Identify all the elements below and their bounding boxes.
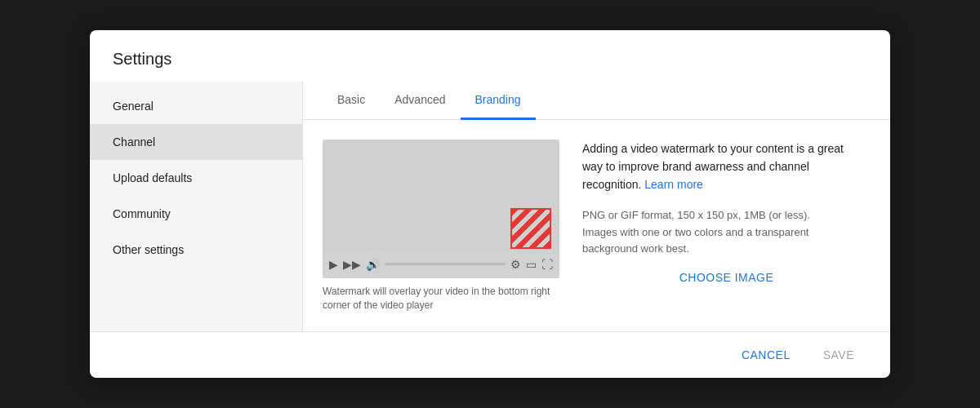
- controls-right: ⚙ ▭ ⛶: [510, 258, 553, 271]
- video-player: ▶ ▶▶ 🔊 ⚙ ▭ ⛶: [323, 140, 559, 278]
- sidebar: General Channel Upload defaults Communit…: [90, 82, 302, 332]
- watermark-preview-icon: [510, 208, 551, 249]
- progress-bar[interactable]: [385, 263, 506, 265]
- sidebar-item-general[interactable]: General: [90, 88, 302, 124]
- main-content: Basic Advanced Branding ▶ ▶▶ 🔊: [302, 82, 890, 332]
- sidebar-item-channel[interactable]: Channel: [90, 124, 302, 160]
- save-button[interactable]: SAVE: [810, 342, 867, 368]
- tab-content-branding: ▶ ▶▶ 🔊 ⚙ ▭ ⛶ Watermark will overlay your…: [303, 120, 890, 332]
- skip-icon[interactable]: ▶▶: [343, 258, 361, 271]
- dialog-body: General Channel Upload defaults Communit…: [90, 82, 890, 332]
- branding-info: Adding a video watermark to your content…: [582, 140, 871, 313]
- play-icon[interactable]: ▶: [329, 258, 338, 271]
- tab-branding[interactable]: Branding: [461, 82, 536, 120]
- volume-icon[interactable]: 🔊: [366, 258, 380, 271]
- sidebar-item-other-settings[interactable]: Other settings: [90, 232, 302, 268]
- dialog-title: Settings: [90, 30, 890, 82]
- choose-image-button[interactable]: CHOOSE IMAGE: [582, 271, 871, 284]
- video-caption: Watermark will overlay your video in the…: [323, 285, 559, 313]
- learn-more-link[interactable]: Learn more: [644, 178, 703, 191]
- tab-basic[interactable]: Basic: [323, 82, 380, 120]
- sidebar-item-community[interactable]: Community: [90, 196, 302, 232]
- settings-dialog: Settings General Channel Upload defaults…: [90, 30, 890, 379]
- tabs-bar: Basic Advanced Branding: [303, 82, 890, 120]
- sidebar-item-upload-defaults[interactable]: Upload defaults: [90, 160, 302, 196]
- settings-icon[interactable]: ⚙: [510, 258, 521, 271]
- miniplayer-icon[interactable]: ▭: [526, 258, 537, 271]
- branding-format-info: PNG or GIF format, 150 x 150 px, 1MB (or…: [582, 207, 844, 258]
- dialog-footer: CANCEL SAVE: [90, 331, 890, 378]
- branding-description-text: Adding a video watermark to your content…: [582, 142, 844, 192]
- branding-description: Adding a video watermark to your content…: [582, 140, 860, 194]
- video-preview: ▶ ▶▶ 🔊 ⚙ ▭ ⛶ Watermark will overlay your…: [323, 140, 559, 313]
- watermark-stripes: [510, 208, 551, 249]
- fullscreen-icon[interactable]: ⛶: [541, 258, 553, 271]
- player-controls: ▶ ▶▶ 🔊 ⚙ ▭ ⛶: [323, 251, 559, 278]
- tab-advanced[interactable]: Advanced: [380, 82, 460, 120]
- cancel-button[interactable]: CANCEL: [728, 342, 804, 368]
